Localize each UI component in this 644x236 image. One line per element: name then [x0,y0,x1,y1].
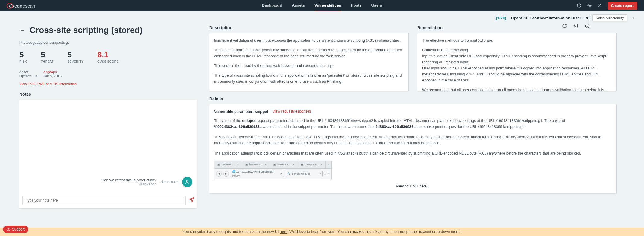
tab-add-icon: + [326,161,331,168]
vuln-url: http://edgeapp.com/snippets.gtl [19,40,197,45]
topbar: edgescan Dashboard Assets Vulnerabilitie… [0,0,644,11]
browser-search-bar: 🔍dential holdups▾ [286,171,323,177]
details-card: Vulnerable parameter: snippet View reque… [209,104,617,193]
cvss-value: 8.1 [97,50,119,59]
next-arrow-icon[interactable]: → [630,15,636,21]
browser-tab: ▣bWAPP - …× [270,161,298,168]
cve-link[interactable]: View CVE, CWE and CIS Information [19,82,77,86]
send-icon[interactable] [189,197,194,204]
nav-assets[interactable]: Assets [291,0,305,11]
pager-count: (1/70) [496,16,506,20]
main-nav: Dashboard Assets Vulnerabilities Hosts U… [261,0,383,11]
browser-tab: ▣bWAPP - …× [242,161,270,168]
note-time: 20 days ago [102,182,156,186]
svg-point-0 [599,4,600,5]
details-p2: This behavior demonstrates that it is po… [214,134,611,146]
svg-point-1 [186,180,188,182]
rem-p4: User input should be HTML-encoded at any… [422,65,611,83]
nav-dashboard[interactable]: Dashboard [261,0,283,11]
rem-p5: We recommend that all user controlled in… [422,87,611,91]
topbar-right: Create report [577,2,637,10]
browser-forward-icon: ► [223,171,229,177]
person-icon [185,180,190,184]
retest-icon[interactable] [562,24,567,30]
asset-value[interactable]: edgeapp [43,70,197,74]
asset-label: Asset [19,70,43,74]
nav-vulnerabilities[interactable]: Vulnerabilities [314,0,342,11]
browser-back-icon: ◄ [216,171,222,177]
page-title: Cross-site scripting (stored) [30,25,143,35]
risk-label: RISK [19,60,27,63]
note-user: demo-user [161,180,178,184]
scores: 5 RISK 5 THREAT 5 SEVERITY 8.1 CVSS SCOR… [19,50,197,63]
note-message: Can we retest this in production? [102,178,156,182]
logo-text: edgescan [14,3,35,8]
logo[interactable]: edgescan [7,3,35,9]
details-p3: The application attempts to block certai… [214,150,611,156]
risk-value: 5 [19,50,27,59]
nav-hosts[interactable]: Hosts [350,0,362,11]
settings-icon[interactable] [573,24,578,30]
desc-p1: Insufficient validation of user input ex… [214,37,403,43]
poc-screenshot: ▣bWAPP - …× ▣bWAPP - …× ▣bWAPP - …× ▣bWA… [214,161,332,179]
nav-users[interactable]: Users [371,0,383,11]
rem-p2: Contextual output encoding [422,47,611,53]
viewing-count: Viewing 1 of 1 detail, [214,183,611,189]
desc-p4: The type of cross site scripting found i… [214,72,403,85]
threat-label: THREAT [41,60,53,63]
severity-value: 5 [68,50,84,59]
view-request-responses-link[interactable]: View request/responses [272,109,311,114]
description-card: Insufficient validation of user input ex… [209,33,409,91]
logo-mark-icon [7,3,13,9]
details-p1: The value of the snippet request paramet… [214,118,611,130]
opened-value: Jan 5, 2015 [43,74,197,78]
avatar [182,177,192,187]
browser-tab: ▣bWAPP - …× [214,161,242,168]
browser-menu-icon: » ≡ [324,171,330,177]
rem-p3: Input validation Client side URL and esp… [422,53,611,65]
cvss-label: CVSS SCORE [97,60,119,63]
note-item: Can we retest this in production? 20 day… [22,174,194,190]
svg-point-8 [585,24,589,28]
note-input[interactable] [22,196,186,205]
create-report-button[interactable]: Create report [608,2,637,10]
retest-tooltip: Retest vulnerability [592,14,627,21]
desc-p2: These vulnerabilities enable potentially… [214,47,403,59]
activity-icon[interactable] [587,3,592,9]
left-column: ← Cross-site scripting (stored) http://e… [19,25,197,208]
approve-icon[interactable] [585,24,590,30]
browser-address-bar: 🌐 127.0.0.1/bWAPP/iframei.php?Param✕ [231,171,284,177]
rem-p1: Two effective methods to combat XSS are: [422,37,611,43]
desc-p3: This code is then read by the client web… [214,63,403,69]
threat-value: 5 [41,50,53,59]
user-icon[interactable] [597,3,602,9]
notes-panel: Can we retest this in production? 20 day… [19,100,197,208]
browser-tab: ▣bWAPP - …× [298,161,326,168]
pager-bar: (1/70) OpenSSL Heartbeat Information Dis… [0,11,644,21]
right-column: Description Insufficient validation of u… [209,25,617,208]
vulnerable-parameter-label: Vulnerable parameter: snippet [214,109,268,115]
details-heading: Details [209,97,617,101]
notes-heading: Notes [19,92,197,97]
severity-label: SEVERITY [68,60,84,63]
asset-info: Asset edgeapp Opened On Jan 5, 2015 [19,70,197,78]
remediation-card: Two effective methods to combat XSS are:… [417,33,617,91]
history-icon[interactable] [577,3,582,9]
opened-label: Opened On [19,74,43,78]
back-arrow-icon[interactable]: ← [19,27,25,34]
description-heading: Description [209,25,409,30]
pager-title[interactable]: OpenSSL Heartbeat Information Discl… d) [511,16,590,20]
detail-action-icons [562,24,590,30]
